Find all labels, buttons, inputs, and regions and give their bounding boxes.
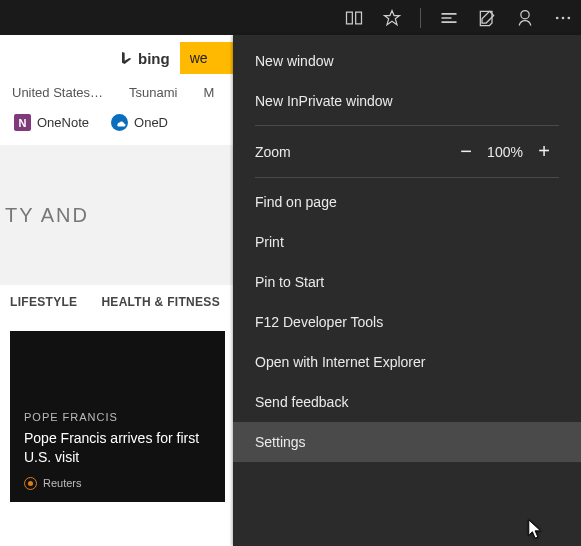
hub-icon[interactable] [439, 8, 459, 28]
bing-logo: bing [118, 50, 170, 67]
zoom-label: Zoom [255, 144, 451, 160]
svg-point-2 [562, 16, 565, 19]
onenote-icon: N [14, 114, 31, 131]
menu-devtools[interactable]: F12 Developer Tools [233, 302, 581, 342]
favorite-onenote[interactable]: N OneNote [14, 114, 89, 131]
menu-pin[interactable]: Pin to Start [233, 262, 581, 302]
news-headline: Pope Francis arrives for first U.S. visi… [24, 429, 211, 467]
source-label: Reuters [43, 477, 82, 489]
favorite-label: OneD [134, 115, 168, 130]
menu-settings[interactable]: Settings [233, 422, 581, 462]
star-icon[interactable] [382, 8, 402, 28]
zoom-out-button[interactable]: − [451, 140, 481, 163]
bing-label: bing [138, 50, 170, 67]
favorite-onedrive[interactable]: OneD [111, 114, 168, 131]
more-icon[interactable] [553, 8, 573, 28]
more-menu: New window New InPrivate window Zoom − 1… [233, 35, 581, 546]
news-source: Reuters [24, 477, 211, 490]
trending-item[interactable]: Tsunami [129, 85, 177, 100]
category-link[interactable]: HEALTH & FITNESS [101, 295, 220, 309]
webnote-icon[interactable] [477, 8, 497, 28]
svg-point-3 [568, 16, 571, 19]
news-tag: POPE FRANCIS [24, 411, 211, 423]
hero-text: TY AND [0, 203, 89, 227]
menu-find[interactable]: Find on page [233, 182, 581, 222]
trending-item[interactable]: United States… [12, 85, 103, 100]
menu-print[interactable]: Print [233, 222, 581, 262]
zoom-value: 100% [481, 144, 529, 160]
menu-separator [255, 125, 559, 126]
category-link[interactable]: LIFESTYLE [10, 295, 77, 309]
menu-new-window[interactable]: New window [233, 35, 581, 81]
title-bar [0, 0, 581, 35]
menu-open-ie[interactable]: Open with Internet Explorer [233, 342, 581, 382]
menu-zoom-row: Zoom − 100% + [233, 130, 581, 173]
svg-point-0 [521, 10, 529, 18]
onedrive-icon [111, 114, 128, 131]
toolbar-separator [420, 8, 421, 28]
news-card[interactable]: POPE FRANCIS Pope Francis arrives for fi… [10, 331, 225, 502]
share-icon[interactable] [515, 8, 535, 28]
cursor-icon [527, 518, 545, 540]
reading-view-icon[interactable] [344, 8, 364, 28]
trending-item[interactable]: M [203, 85, 214, 100]
menu-new-inprivate[interactable]: New InPrivate window [233, 81, 581, 121]
zoom-in-button[interactable]: + [529, 140, 559, 163]
svg-point-1 [556, 16, 559, 19]
reuters-icon [24, 477, 37, 490]
menu-separator [255, 177, 559, 178]
menu-feedback[interactable]: Send feedback [233, 382, 581, 422]
favorite-label: OneNote [37, 115, 89, 130]
